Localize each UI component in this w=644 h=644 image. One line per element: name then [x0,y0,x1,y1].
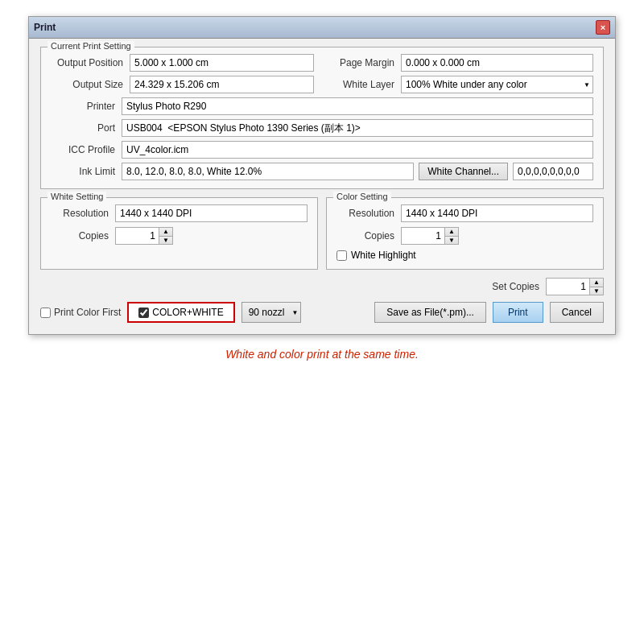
port-row: Port [51,119,593,137]
color-copies-spin-buttons: ▲ ▼ [445,227,459,245]
set-copies-up-button[interactable]: ▲ [590,279,603,287]
dialog-title: Print [34,22,56,33]
settings-row: White Setting Resolution Copies ▲ ▼ [40,197,604,270]
color-white-button[interactable]: COLOR+WHITE [127,302,234,323]
print-color-first-label[interactable]: Print Color First [40,307,121,318]
white-copies-spinner: ▲ ▼ [115,227,173,245]
icc-profile-row: ICC Profile [51,141,593,159]
white-highlight-row: White Highlight [336,250,593,261]
cancel-button[interactable]: Cancel [550,302,604,323]
print-color-first-text: Print Color First [54,307,121,318]
output-size-row: Output Size [51,76,314,93]
icc-profile-input[interactable] [122,141,593,159]
page-margin-input[interactable] [401,54,593,72]
print-color-first-checkbox[interactable] [40,308,51,318]
close-button[interactable]: × [596,20,610,35]
title-bar: Print × [29,17,615,39]
row-output-margin: Output Position Page Margin [51,54,593,72]
dialog-body: Current Print Setting Output Position Pa… [29,39,615,334]
white-highlight-label: White Highlight [351,250,416,261]
white-resolution-row: Resolution [51,204,308,222]
ink-extra-input[interactable] [513,163,593,180]
color-resolution-input[interactable] [401,204,593,222]
ink-limit-controls: White Channel... [122,163,593,180]
ink-limit-label: Ink Limit [51,166,115,177]
set-copies-down-button[interactable]: ▼ [590,287,603,295]
color-setting-group: Color Setting Resolution Copies ▲ ▼ [326,197,604,270]
set-copies-input[interactable] [546,278,590,295]
white-resolution-input[interactable] [115,204,308,222]
output-size-label: Output Size [51,79,123,90]
white-layer-select[interactable]: 100% White under any color [401,76,593,93]
white-copies-input[interactable] [115,227,159,245]
printer-label: Printer [51,101,115,112]
current-setting-label: Current Print Setting [47,41,134,51]
white-layer-row: White Layer 100% White under any color [330,76,593,93]
color-copies-up-button[interactable]: ▲ [445,228,458,237]
icc-profile-label: ICC Profile [51,144,115,155]
row-size-layer: Output Size White Layer 100% White under… [51,76,593,93]
white-setting-group: White Setting Resolution Copies ▲ ▼ [40,197,318,270]
current-print-setting-group: Current Print Setting Output Position Pa… [40,47,604,189]
white-channel-button[interactable]: White Channel... [419,163,508,180]
white-layer-select-wrapper: 100% White under any color [401,76,593,93]
save-as-file-button[interactable]: Save as File(*.pm)... [374,302,486,323]
close-icon: × [601,23,605,32]
nozzles-select[interactable]: 90 nozzles [242,302,302,323]
white-copies-down-button[interactable]: ▼ [159,237,172,245]
ink-limit-input[interactable] [122,163,414,180]
white-copies-row: Copies ▲ ▼ [51,227,308,245]
color-copies-row: Copies ▲ ▼ [336,227,593,245]
color-setting-label: Color Setting [333,192,391,201]
output-position-label: Output Position [51,57,123,68]
white-layer-label: White Layer [330,79,394,90]
color-copies-label: Copies [336,230,394,242]
white-copies-up-button[interactable]: ▲ [159,228,172,237]
color-copies-spinner: ▲ ▼ [401,227,459,245]
set-copies-row: Set Copies ▲ ▼ [40,278,604,295]
page-margin-label: Page Margin [330,57,394,68]
print-dialog: Print × Current Print Setting Output Pos… [28,16,616,335]
port-input[interactable] [122,119,593,137]
printer-row: Printer [51,97,593,115]
page-margin-row: Page Margin [330,54,593,72]
white-setting-label: White Setting [47,192,106,201]
color-white-label: COLOR+WHITE [152,307,223,318]
color-copies-down-button[interactable]: ▼ [445,237,458,245]
set-copies-label: Set Copies [492,281,539,292]
printer-input[interactable] [122,97,593,115]
set-copies-spinner: ▲ ▼ [546,278,604,295]
color-white-checkbox[interactable] [138,308,149,318]
set-copies-spin-buttons: ▲ ▼ [590,278,604,295]
white-copies-spin-buttons: ▲ ▼ [159,227,173,245]
color-resolution-label: Resolution [336,208,394,219]
output-position-row: Output Position [51,54,314,72]
white-resolution-label: Resolution [51,208,109,219]
color-resolution-row: Resolution [336,204,593,222]
caption-text: White and color print at the same time. [225,348,419,361]
action-row: Print Color First COLOR+WHITE 90 nozzles… [40,302,604,323]
output-size-input[interactable] [130,76,314,93]
output-position-input[interactable] [130,54,314,72]
port-label: Port [51,122,115,134]
nozzles-select-wrapper: 90 nozzles [242,302,302,323]
white-copies-label: Copies [51,230,109,242]
color-copies-input[interactable] [401,227,445,245]
white-highlight-checkbox[interactable] [336,250,347,261]
ink-limit-row: Ink Limit White Channel... [51,163,593,180]
print-button[interactable]: Print [493,302,543,323]
